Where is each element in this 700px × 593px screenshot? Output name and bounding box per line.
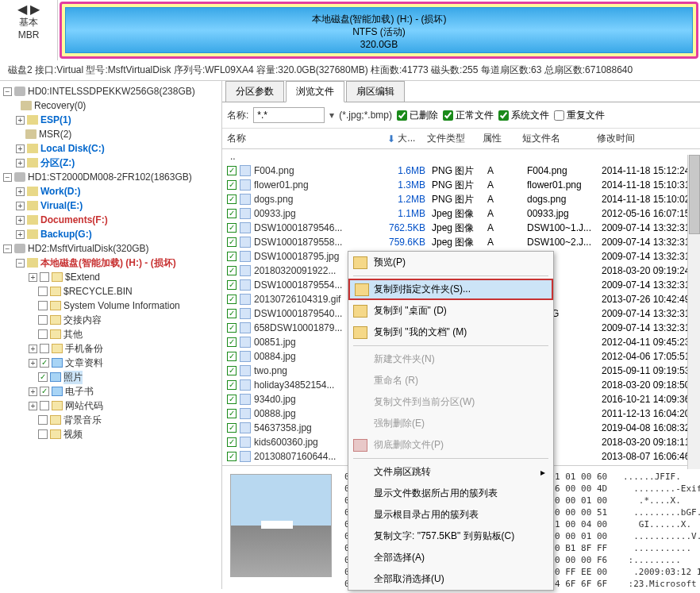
tree-docsf[interactable]: Documents(F:) [40,214,108,225]
scrollbar-thumb[interactable] [689,155,700,234]
row-checkbox[interactable] [227,395,237,404]
row-checkbox[interactable] [227,366,237,375]
col-size[interactable]: 大... [398,132,415,145]
tree-qita[interactable]: 其他 [63,328,83,341]
row-checkbox[interactable] [227,180,237,190]
tree-dianzi[interactable]: 电子书 [65,385,94,399]
col-name[interactable]: 名称 [222,130,383,147]
folder-icon [355,283,369,296]
tree-shouji[interactable]: 手机备份 [65,342,103,356]
col-attr[interactable]: 属性 [478,130,517,147]
menu-copy-to-folder[interactable]: 复制到指定文件夹(S)... [348,279,553,300]
tree-recycle[interactable]: $RECYCLE.BIN [63,286,133,297]
row-checkbox[interactable] [227,452,237,461]
file-icon [240,437,251,448]
chk-deleted[interactable] [397,110,407,121]
preview-icon [353,256,367,269]
chk-normal[interactable] [443,110,453,121]
tree-partz[interactable]: 分区(Z:) [40,156,75,170]
delete-icon [353,439,367,452]
tab-partition-params[interactable]: 分区参数 [225,81,284,102]
tree-extend[interactable]: $Extend [65,271,100,283]
column-headers[interactable]: 名称 ⬇ 大... 文件类型 属性 短文件名 修改时间 [222,129,700,149]
tree-hd0[interactable]: HD0:INTELSSDPEKKW256G8(238GB) [28,86,195,97]
row-checkbox[interactable] [227,295,237,304]
file-icon [240,237,251,248]
table-row[interactable]: DSW10001879546...762.5KBJpeg 图像ADSW100~1… [222,221,700,235]
tree-recovery[interactable]: Recovery(0) [34,100,86,111]
tree-sysvol[interactable]: System Volume Information [63,300,180,311]
partition-bar[interactable]: 本地磁盘(智能加载) (H:) - (损坏) NTFS (活动) 320.0GB [60,2,698,59]
row-checkbox[interactable] [227,423,237,433]
folder-icon [353,305,367,318]
scrollbar[interactable] [687,155,700,469]
chk-duplicate[interactable] [554,110,564,121]
tab-sector-edit[interactable]: 扇区编辑 [346,81,405,102]
col-short[interactable]: 短文件名 [517,130,592,147]
table-row[interactable]: flower01.png1.3MBPNG 图片Aflower01.png2014… [222,178,700,192]
tree-hd1[interactable]: HD1:ST2000DM008-2FR102(1863GB) [28,171,192,183]
row-checkbox[interactable] [227,409,237,418]
row-checkbox[interactable] [227,166,237,175]
row-checkbox[interactable] [227,194,237,204]
tree-hd2[interactable]: HD2:MsftVirtualDisk(320GB) [28,243,148,254]
tree-esp[interactable]: ESP(1) [40,114,71,125]
row-checkbox[interactable] [227,323,237,333]
dots-row[interactable]: .. [222,149,700,164]
menu-copy-documents[interactable]: 复制到 "我的文档" (M) [348,322,553,343]
menu-sector-jump[interactable]: 文件扇区跳转▸ [348,461,553,483]
menu-copy-desktop[interactable]: 复制到 "桌面" (D) [348,300,553,322]
table-row[interactable]: DSW10001879558...759.6KBJpeg 图像ADSW100~2… [222,235,700,249]
menu-show-clusters[interactable]: 显示文件数据所占用的簇列表 [348,483,553,504]
tree-viruale[interactable]: Virual(E:) [40,200,83,211]
row-checkbox[interactable] [227,280,237,290]
menu-deselect-all[interactable]: 全部取消选择(U) [348,568,553,590]
col-type[interactable]: 文件类型 [422,130,478,147]
tree-msr[interactable]: MSR(2) [39,129,71,140]
nav-arrows[interactable]: ◀ ▶ [0,3,57,16]
table-row[interactable]: 00933.jpg1.1MBJpeg 图像A00933.jpg2012-05-1… [222,206,700,221]
menu-copy-current: 复制文件到当前分区(W) [348,391,553,413]
name-filter-input[interactable] [253,107,325,123]
tree-workd[interactable]: Work(D:) [40,186,80,197]
tree-wenzhang[interactable]: 文章资料 [65,356,103,370]
row-checkbox[interactable] [227,252,237,261]
row-checkbox[interactable] [227,237,237,247]
menu-select-all[interactable]: 全部选择(A) [348,547,553,568]
row-checkbox[interactable] [227,352,237,361]
file-icon [240,265,251,276]
col-date[interactable]: 修改时间 [592,130,640,147]
table-row[interactable]: F004.png1.6MBPNG 图片AF004.png2014-11-18 1… [222,164,700,178]
table-row[interactable]: dogs.png1.2MBPNG 图片Adogs.png2014-11-18 1… [222,192,700,206]
tree-shipin[interactable]: 视频 [63,428,83,441]
menu-preview[interactable]: 预览(P) [348,252,553,273]
chk-system[interactable] [498,110,509,121]
tree-zhaopian[interactable]: 照片 [63,371,83,384]
row-checkbox[interactable] [227,337,237,347]
basic-label: 基本 [0,16,57,29]
tree-wangzhan[interactable]: 网站代码 [65,399,103,413]
row-checkbox[interactable] [227,266,237,275]
file-icon [240,222,251,233]
tree-jiaohu[interactable]: 交接内容 [63,314,102,327]
partition-title: 本地磁盘(智能加载) (H:) - (损坏) [66,13,692,25]
row-checkbox[interactable] [227,223,237,233]
row-checkbox[interactable] [227,380,237,390]
image-thumbnail[interactable] [230,474,332,577]
file-icon [240,451,251,462]
row-checkbox[interactable] [227,309,237,318]
row-checkbox[interactable] [227,209,237,218]
file-icon [240,194,251,205]
tree-localc[interactable]: Local Disk(C:) [40,143,105,154]
file-icon [240,379,251,391]
tab-browse-files[interactable]: 浏览文件 [286,81,344,102]
tree-localh[interactable]: 本地磁盘(智能加载) (H:) - (损坏) [40,256,176,270]
tree-backupg[interactable]: Backup(G:) [40,229,92,240]
file-icon [240,394,251,405]
row-checkbox[interactable] [227,437,237,447]
menu-copy-text[interactable]: 复制文字: "757.5KB" 到剪贴板(C) [348,526,553,547]
partition-size: 320.0GB [66,38,692,51]
menu-show-root-clusters[interactable]: 显示根目录占用的簇列表 [348,504,553,526]
disk-tree[interactable]: −HD0:INTELSSDPEKKW256G8(238GB) Recovery(… [0,81,222,589]
tree-beijing[interactable]: 背景音乐 [63,414,102,427]
